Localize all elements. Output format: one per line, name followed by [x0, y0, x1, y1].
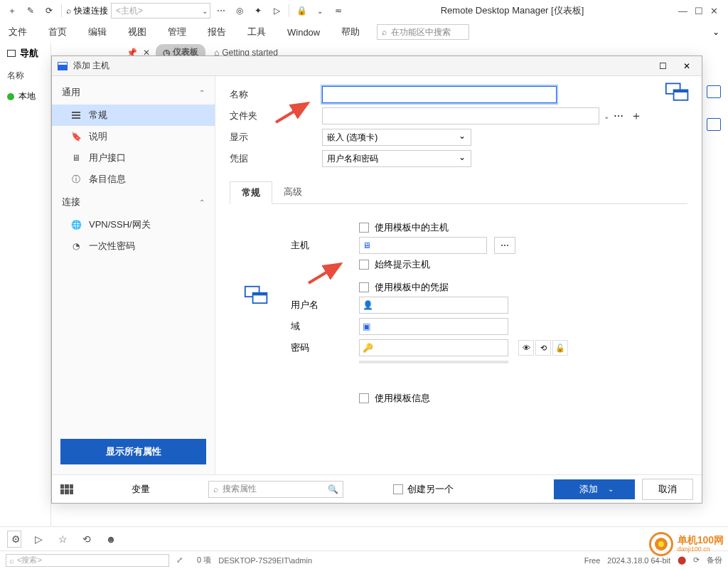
maximize-icon[interactable]: ☐	[695, 6, 703, 16]
entry-type-icon[interactable]	[665, 82, 690, 103]
menu-home[interactable]: 首页	[44, 23, 71, 41]
generate-password-icon[interactable]: ⟲	[535, 340, 551, 356]
tab-general[interactable]: 常规	[230, 181, 272, 204]
domain-input[interactable]	[378, 319, 505, 334]
chevron-down-icon: ⌄	[608, 485, 614, 493]
status-host-user: DESKTOP-7S29EIT\admin	[218, 556, 312, 565]
edit-icon[interactable]: ✎	[23, 3, 38, 18]
menu-tools[interactable]: 工具	[243, 23, 270, 41]
dialog-titlebar: 添加 主机 ☐ ✕	[52, 56, 702, 76]
folder-input[interactable]	[322, 107, 599, 124]
checkbox-use-template-host[interactable]	[359, 223, 369, 233]
credentials-select[interactable]: 用户名和密码	[322, 150, 471, 167]
menu-window[interactable]: Window	[283, 24, 324, 41]
domain-input-wrap: ▣	[359, 318, 508, 335]
reveal-password-icon[interactable]: 👁	[518, 340, 534, 356]
menu-help[interactable]: 帮助	[337, 23, 364, 41]
sidebar-item-vpn[interactable]: 🌐 VPN/SSH/网关	[52, 214, 215, 235]
dialog-body: 通用 ⌃ 常规 🔖 说明 🖥 用户接口 ⓘ 条目信息 连接 ⌃	[52, 76, 702, 474]
host-browse-button[interactable]: ⋯	[494, 237, 515, 254]
checkbox-use-template-info[interactable]	[359, 393, 369, 403]
chevron-down-icon[interactable]: ⌄	[604, 112, 609, 120]
host-input[interactable]	[377, 238, 483, 253]
status-search-input[interactable]: ⌕ <搜索>	[6, 554, 169, 567]
target-icon[interactable]: ◎	[232, 3, 247, 18]
sidebar-item-general[interactable]: 常规	[52, 105, 215, 126]
tag-icon: 🔖	[70, 132, 82, 142]
label-folder: 文件夹	[230, 110, 315, 122]
password-input[interactable]	[378, 340, 505, 356]
menu-view[interactable]: 视图	[124, 23, 151, 41]
password-analyzer-icon[interactable]: 🔓	[552, 340, 568, 356]
search-properties-input[interactable]: ⌕ 搜索属性 🔍	[208, 481, 343, 498]
variables-button[interactable]: 变量	[80, 479, 201, 500]
name-input[interactable]	[322, 86, 557, 103]
quick-connect-input[interactable]	[111, 3, 210, 18]
history-icon[interactable]: ⟲	[80, 533, 94, 545]
profile-icon[interactable]: ☻	[104, 533, 118, 545]
panel-icon[interactable]	[707, 118, 721, 131]
status-warning-icon[interactable]: ⬤	[678, 555, 686, 565]
chevron-down-icon[interactable]: ⌄	[312, 3, 328, 18]
username-input[interactable]	[378, 297, 505, 313]
close-icon[interactable]: ✕	[710, 6, 718, 16]
expand-icon[interactable]: ⤢	[176, 555, 183, 565]
browse-icon[interactable]: ⋯	[611, 110, 626, 122]
sidebar-item-entry-info[interactable]: ⓘ 条目信息	[52, 169, 215, 190]
gear-icon[interactable]: ⚙	[7, 531, 21, 548]
checkbox-use-template-creds[interactable]	[359, 282, 369, 292]
row-use-template-host: 使用模板中的主机	[359, 221, 687, 234]
username-input-wrap: 👤	[359, 297, 508, 314]
status-license: Free	[584, 556, 601, 565]
sidebar-item-label: 常规	[89, 109, 107, 122]
separator	[289, 4, 289, 17]
more-icon[interactable]: ⋯	[213, 3, 229, 18]
chevron-down-icon[interactable]: ⌄	[202, 7, 208, 15]
show-all-properties-button[interactable]: 显示所有属性	[60, 439, 206, 464]
minimize-icon[interactable]: —	[678, 6, 687, 16]
sidebar-item-otp[interactable]: ◔ 一次性密码	[52, 235, 215, 257]
close-icon[interactable]: ✕	[678, 61, 696, 71]
overflow-icon[interactable]: ≂	[331, 3, 346, 18]
cancel-button[interactable]: 取消	[642, 479, 693, 500]
svg-rect-2	[674, 90, 688, 92]
nav-item-local[interactable]: 本地	[0, 87, 50, 105]
panel-icon[interactable]	[707, 85, 721, 98]
ribbon-search[interactable]: ⌕ 在功能区中搜索	[377, 24, 469, 40]
sidebar-section-connect[interactable]: 连接 ⌃	[52, 190, 215, 214]
checkbox-always-prompt[interactable]	[359, 260, 369, 270]
menu-report[interactable]: 报告	[203, 23, 230, 41]
sidebar-section-general[interactable]: 通用 ⌃	[52, 80, 215, 105]
titlebar: ＋ ✎ ⟳ ⌕ 快速连接 ⌄ ⋯ ◎ ✦ ▷ 🔒 ⌄ ≂ Remote Desk…	[0, 0, 728, 21]
create-another-checkbox[interactable]: 创建另一个	[393, 483, 454, 496]
maximize-icon[interactable]: ☐	[653, 61, 672, 71]
lock-icon[interactable]: 🔒	[294, 3, 309, 18]
menu-file[interactable]: 文件	[4, 23, 31, 41]
status-sync-icon[interactable]: ⟳	[693, 555, 700, 565]
refresh-icon[interactable]: ⟳	[41, 3, 57, 18]
add-button[interactable]: 添加 ⌄	[554, 479, 635, 499]
row-use-template-creds: 使用模板中的凭据	[359, 281, 687, 294]
grid-view-icon[interactable]	[60, 484, 73, 494]
sidebar-item-description[interactable]: 🔖 说明	[52, 126, 215, 147]
dialog-main: 名称 文件夹 ⌄ ⋯ ＋ 显示 嵌入 (选项卡) 凭据 用户名和密码	[215, 76, 702, 474]
play-icon[interactable]: ▷	[31, 533, 46, 545]
tab-advanced[interactable]: 高级	[272, 181, 314, 203]
watermark: 单机100网 danji100.cn	[649, 532, 724, 556]
monitor-icon: 🖥	[70, 153, 82, 163]
sidebar-item-ui[interactable]: 🖥 用户接口	[52, 147, 215, 169]
sidebar-item-label: VPN/SSH/网关	[89, 218, 151, 231]
menu-manage[interactable]: 管理	[164, 23, 191, 41]
display-select[interactable]: 嵌入 (选项卡)	[322, 129, 471, 146]
add-folder-icon[interactable]: ＋	[628, 109, 645, 124]
row-folder: 文件夹 ⌄ ⋯ ＋	[230, 107, 687, 124]
menu-edit[interactable]: 编辑	[84, 23, 111, 41]
wand-icon[interactable]: ✦	[250, 3, 266, 18]
status-bar: ⌕ <搜索> ⤢ 0 项 DESKTOP-7S29EIT\admin Free …	[0, 551, 728, 569]
search-placeholder: <搜索>	[17, 555, 42, 565]
play-icon[interactable]: ▷	[269, 3, 284, 18]
window-controls: — ☐ ✕	[678, 6, 724, 16]
new-icon[interactable]: ＋	[4, 3, 20, 18]
star-icon[interactable]: ☆	[55, 533, 70, 545]
expand-ribbon-icon[interactable]: ⌄	[712, 27, 719, 37]
